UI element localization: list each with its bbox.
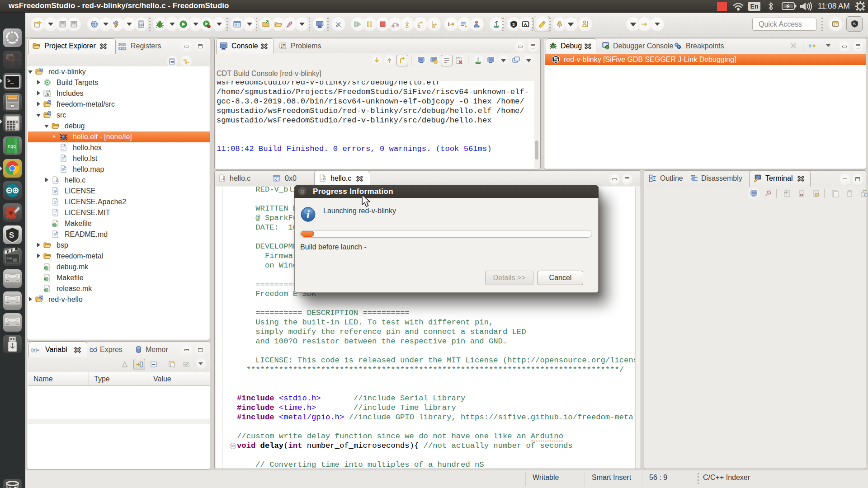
svg-text:i: i xyxy=(307,208,310,221)
svg-text:>_: >_ xyxy=(7,78,14,84)
svg-text:.c: .c xyxy=(321,177,326,182)
svg-text:C: C xyxy=(40,296,43,300)
svg-text:i: i xyxy=(448,21,450,27)
svg-text:101: 101 xyxy=(139,26,143,28)
svg-text:0101: 0101 xyxy=(118,47,126,50)
svg-text:S: S xyxy=(512,22,515,27)
svg-text:S: S xyxy=(853,22,856,26)
svg-text:i: i xyxy=(809,43,811,48)
svg-text:.c: .c xyxy=(53,178,59,183)
svg-text:A: A xyxy=(524,22,527,27)
svg-text:THE: THE xyxy=(7,257,12,260)
svg-text:c: c xyxy=(275,178,278,182)
svg-text:C: C xyxy=(40,68,43,72)
svg-text:S: S xyxy=(9,231,14,239)
svg-text:(x)=: (x)= xyxy=(31,347,39,352)
svg-text:nqq: nqq xyxy=(8,144,16,149)
svg-text:C: C xyxy=(48,100,51,104)
svg-text:C: C xyxy=(48,111,51,115)
svg-text:.c: .c xyxy=(220,177,226,182)
svg-text:h: h xyxy=(47,92,50,97)
